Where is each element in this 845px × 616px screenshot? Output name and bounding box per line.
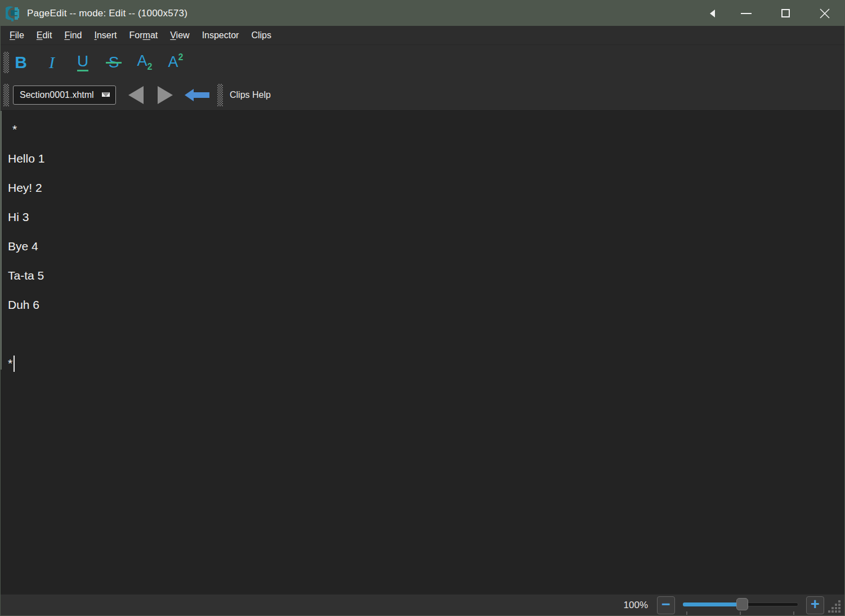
forward-icon: [158, 86, 173, 104]
left-arrow-icon: [185, 88, 209, 102]
paragraph[interactable]: Bye 4: [8, 239, 844, 254]
subscript-icon: A2: [137, 53, 153, 71]
clips-help-label[interactable]: Clips Help: [230, 90, 271, 100]
subscript-button[interactable]: A2: [133, 50, 157, 75]
bold-icon: B: [15, 53, 27, 72]
slider-tick: [740, 611, 741, 615]
back-button[interactable]: [116, 79, 144, 111]
left-triangle-icon: [710, 10, 715, 17]
minimize-button[interactable]: [726, 1, 766, 26]
menu-format[interactable]: Format: [123, 26, 164, 44]
paragraph[interactable]: Hi 3: [8, 210, 844, 224]
maximize-icon: [781, 9, 790, 17]
paragraph[interactable]: Hello 1: [8, 151, 844, 166]
forward-button[interactable]: [144, 79, 173, 111]
toolbar-drag-handle[interactable]: [3, 84, 9, 106]
file-selector-value: Section0001.xhtml: [20, 90, 94, 100]
toolbar-drag-handle[interactable]: [217, 84, 223, 106]
menu-inspector[interactable]: Inspector: [196, 26, 245, 44]
menu-view[interactable]: View: [164, 26, 195, 44]
content-left-border: [1, 111, 2, 370]
paragraph[interactable]: Ta-ta 5: [8, 268, 844, 283]
italic-button[interactable]: I: [40, 50, 64, 75]
pageedit-window: PageEdit -- mode: Edit -- (1000x573) Fil…: [0, 0, 845, 616]
paragraph[interactable]: *: [8, 356, 844, 372]
zoom-out-button[interactable]: −: [657, 596, 675, 614]
return-to-sigil-button[interactable]: [185, 79, 209, 111]
toolbar-drag-handle[interactable]: [3, 52, 9, 73]
menu-find[interactable]: Find: [58, 26, 88, 44]
file-selector-dropdown[interactable]: Section0001.xhtml: [13, 86, 116, 105]
slider-tick: [686, 611, 687, 615]
back-icon: [128, 86, 144, 104]
zoom-level-label: 100%: [624, 600, 648, 611]
underline-button[interactable]: U: [71, 50, 95, 75]
superscript-button[interactable]: A2: [164, 50, 187, 75]
close-button[interactable]: [805, 1, 844, 26]
plus-icon: +: [811, 597, 820, 612]
strikethrough-icon: S: [109, 55, 119, 70]
editor-content[interactable]: * Hello 1 Hey! 2 Hi 3 Bye 4 Ta-ta 5 Duh …: [1, 111, 844, 594]
slider-handle[interactable]: [736, 598, 748, 610]
close-icon: [819, 8, 830, 19]
menu-edit[interactable]: Edit: [30, 26, 59, 44]
pageedit-app-icon: [6, 5, 23, 22]
menu-clips[interactable]: Clips: [245, 26, 278, 44]
collapse-toolbar-button[interactable]: [698, 1, 726, 26]
menu-file[interactable]: File: [3, 26, 30, 44]
slider-fill: [683, 602, 739, 606]
statusbar: 100% − +: [1, 594, 844, 615]
italic-icon: I: [49, 53, 55, 72]
paragraph[interactable]: Hey! 2: [8, 181, 844, 195]
window-resize-grip[interactable]: [828, 600, 842, 614]
slider-tick: [793, 611, 794, 615]
text-cursor: [14, 356, 15, 372]
maximize-button[interactable]: [766, 1, 805, 26]
minimize-icon: [741, 13, 752, 14]
menu-insert[interactable]: Insert: [88, 26, 123, 44]
bold-button[interactable]: B: [9, 50, 33, 75]
navigation-toolbar: Section0001.xhtml Clips Help: [1, 79, 844, 111]
format-toolbar: B I U S A2 A2: [1, 45, 844, 79]
menubar: File Edit Find Insert Format View Inspec…: [1, 26, 844, 45]
superscript-icon: A2: [168, 55, 184, 70]
paragraph[interactable]: *: [12, 122, 844, 137]
chevron-down-icon: [102, 92, 110, 97]
window-title: PageEdit -- mode: Edit -- (1000x573): [27, 8, 187, 19]
minus-icon: −: [661, 597, 670, 612]
zoom-in-button[interactable]: +: [806, 596, 824, 614]
titlebar[interactable]: PageEdit -- mode: Edit -- (1000x573): [1, 1, 844, 26]
zoom-slider[interactable]: [683, 595, 798, 616]
paragraph[interactable]: Duh 6: [8, 298, 844, 312]
underline-icon: U: [77, 53, 88, 71]
strikethrough-button[interactable]: S: [102, 50, 126, 75]
